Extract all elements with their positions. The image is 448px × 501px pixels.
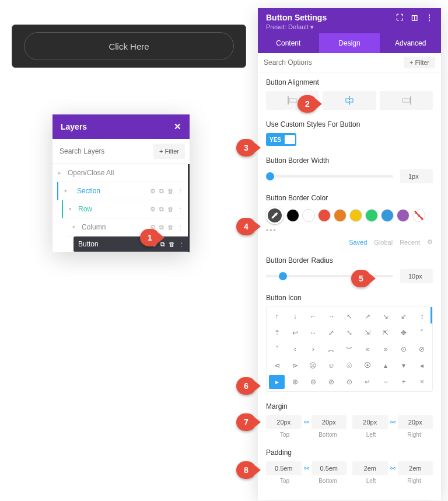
- icon-arrow-down[interactable]: ↓: [287, 309, 303, 323]
- settings-preset[interactable]: Preset: Default ▾: [266, 23, 433, 31]
- icon-triangle-right-selected[interactable]: ▸: [269, 375, 285, 389]
- swatch-yellow[interactable]: [349, 209, 362, 222]
- padding-bottom-input[interactable]: 0.5em: [312, 461, 347, 475]
- duplicate-icon[interactable]: ⧉: [159, 187, 164, 195]
- settings-search-input[interactable]: [264, 57, 399, 68]
- icon-chevron-up[interactable]: ˄: [414, 326, 430, 340]
- link-icon[interactable]: ⚯: [390, 465, 396, 472]
- gear-icon[interactable]: ⚙: [150, 187, 156, 195]
- icon-plus[interactable]: +: [396, 375, 412, 389]
- icon-move[interactable]: ✥: [396, 326, 412, 340]
- tab-design[interactable]: Design: [319, 33, 380, 53]
- icon-darrow-up[interactable]: ⇡: [269, 326, 285, 340]
- align-center-button[interactable]: [323, 91, 376, 110]
- swatch-blue[interactable]: [381, 209, 394, 222]
- icon-arrow-se[interactable]: ↘: [378, 309, 394, 323]
- layer-row[interactable]: ▾ Row ⚙ ⧉ 🗑 ⋮: [62, 200, 190, 218]
- swatch-orange[interactable]: [334, 209, 346, 222]
- swatch-black[interactable]: [286, 209, 299, 222]
- padding-right-input[interactable]: 2em: [398, 461, 433, 475]
- icon-ocircle-right[interactable]: ⊙: [341, 375, 357, 389]
- snap-icon[interactable]: ◫: [411, 13, 418, 22]
- trash-icon[interactable]: 🗑: [167, 187, 174, 195]
- preview-button-module[interactable]: Click Here: [12, 25, 246, 68]
- color-tab-recent[interactable]: Recent: [400, 239, 420, 246]
- icon-arrow-right[interactable]: →: [323, 309, 339, 323]
- custom-styles-toggle[interactable]: YES: [266, 133, 296, 146]
- icon-arrow-ne[interactable]: ↗: [360, 309, 376, 323]
- layer-section[interactable]: ▾ Section ⚙ ⧉ 🗑 ⋮: [57, 182, 190, 200]
- icon-arrow-hook[interactable]: ↩: [287, 326, 303, 340]
- settings-filter-button[interactable]: + Filter: [404, 57, 435, 68]
- gear-icon[interactable]: ⚙: [150, 206, 156, 213]
- border-width-value[interactable]: 1px: [400, 169, 433, 183]
- icon-chevron-left[interactable]: ‹: [287, 342, 303, 356]
- more-icon[interactable]: ⋮: [177, 187, 184, 195]
- icon-arrow-lr[interactable]: ↔: [305, 326, 321, 340]
- icon-chevron-down2[interactable]: ˅: [269, 342, 285, 356]
- icon-rewind[interactable]: ⦾: [341, 359, 357, 373]
- slider-thumb[interactable]: [266, 172, 274, 180]
- duplicate-icon[interactable]: ⧉: [159, 206, 164, 213]
- icon-dchevron-left[interactable]: «: [360, 342, 376, 356]
- layers-filter-button[interactable]: + Filter: [153, 144, 185, 159]
- icon-arrow-left[interactable]: ←: [305, 309, 321, 323]
- trash-icon[interactable]: 🗑: [167, 224, 174, 231]
- margin-top-input[interactable]: 20px: [266, 415, 302, 429]
- swatch-green[interactable]: [365, 209, 378, 222]
- link-icon[interactable]: ⚯: [390, 419, 396, 426]
- icon-shrink[interactable]: ⇲: [360, 326, 376, 340]
- more-icon[interactable]: ⋮: [178, 241, 185, 248]
- icon-circle-check[interactable]: ⊘: [414, 342, 430, 356]
- gear-icon[interactable]: ⚙: [427, 238, 433, 246]
- layer-column[interactable]: ▾ Column ⚙ ⧉ 🗑 ⋮: [66, 218, 190, 236]
- padding-left-input[interactable]: 2em: [352, 461, 388, 475]
- icon-arrow-sw[interactable]: ↙: [396, 309, 412, 323]
- icon-dchevron-right[interactable]: »: [378, 342, 394, 356]
- tab-advanced[interactable]: Advanced: [380, 33, 441, 53]
- close-icon[interactable]: ✕: [174, 121, 181, 132]
- icon-minus[interactable]: −: [378, 375, 394, 389]
- more-icon[interactable]: ⋮: [177, 206, 184, 213]
- icon-ocircle-up[interactable]: ⊕: [287, 375, 303, 389]
- icon-expand-nw[interactable]: ⤢: [323, 326, 339, 340]
- icon-circle-up[interactable]: ⊙: [396, 342, 412, 356]
- icon-expand-ne[interactable]: ⤡: [341, 326, 357, 340]
- icon-enlarge[interactable]: ⇱: [378, 326, 394, 340]
- icon-arrow-nw[interactable]: ↖: [341, 309, 357, 323]
- icon-ocircle-left[interactable]: ⊘: [323, 375, 339, 389]
- icon-ocircle-down[interactable]: ⊖: [305, 375, 321, 389]
- layers-search-input[interactable]: [57, 144, 150, 159]
- icon-forward[interactable]: ⦿: [360, 359, 376, 373]
- icon-face-sad[interactable]: ☹: [305, 359, 321, 373]
- link-icon[interactable]: ⚯: [304, 419, 309, 426]
- swatch-none[interactable]: [412, 209, 425, 222]
- duplicate-icon[interactable]: ⧉: [159, 224, 164, 231]
- icon-circle-right[interactable]: ⊳: [287, 359, 303, 373]
- icon-close[interactable]: ×: [414, 375, 430, 389]
- icon-dchevron-down[interactable]: ︾: [341, 342, 357, 356]
- trash-icon[interactable]: 🗑: [169, 241, 175, 248]
- link-icon[interactable]: ⚯: [304, 465, 309, 472]
- icon-chevron-right[interactable]: ›: [305, 342, 321, 356]
- icon-dchevron-up[interactable]: ︽: [323, 342, 339, 356]
- expand-icon[interactable]: ⛶: [396, 13, 403, 22]
- margin-right-input[interactable]: 20px: [398, 415, 433, 429]
- swatch-purple[interactable]: [397, 209, 410, 222]
- more-dots-icon[interactable]: •••: [266, 227, 433, 235]
- icon-arrow-updown[interactable]: ↕: [414, 309, 430, 323]
- padding-top-input[interactable]: 0.5em: [266, 461, 302, 475]
- icon-triangle-up[interactable]: ▴: [378, 359, 394, 373]
- slider-thumb[interactable]: [279, 272, 287, 280]
- border-width-slider[interactable]: [266, 175, 393, 178]
- icon-face-happy[interactable]: ☺: [323, 359, 339, 373]
- icon-triangle-down[interactable]: ▾: [396, 359, 412, 373]
- color-tab-saved[interactable]: Saved: [349, 239, 367, 246]
- icon-circle-left[interactable]: ⊲: [269, 359, 285, 373]
- layers-open-close[interactable]: ▸ Open/Close All: [52, 164, 190, 182]
- icon-return[interactable]: ↵: [360, 375, 376, 389]
- tab-content[interactable]: Content: [258, 33, 319, 53]
- border-radius-value[interactable]: 10px: [400, 269, 433, 283]
- more-icon[interactable]: ⋮: [177, 224, 184, 231]
- trash-icon[interactable]: 🗑: [167, 206, 174, 213]
